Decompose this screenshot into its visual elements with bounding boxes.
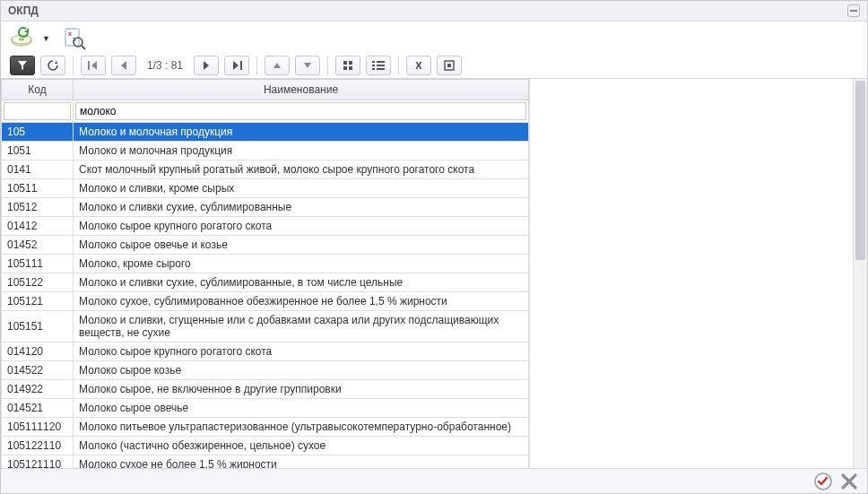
svg-point-3 (19, 39, 24, 41)
cell-name: Молоко сырое козье (74, 361, 529, 380)
svg-rect-18 (377, 65, 385, 66)
cell-name: Молоко сухое, сублимированное обезжиренн… (74, 292, 529, 311)
cell-code: 014120 (2, 342, 74, 361)
window-titlebar: ОКПД (1, 1, 867, 22)
svg-rect-0 (850, 10, 857, 12)
cell-code: 10511 (2, 179, 74, 198)
sort-asc-button[interactable] (265, 56, 290, 75)
table-row[interactable]: 01412Молоко сырое крупного рогатого скот… (2, 217, 529, 236)
filter-button[interactable] (10, 56, 35, 75)
cell-name: Молоко сухое не более 1,5 % жирности (74, 455, 529, 469)
svg-rect-14 (349, 66, 352, 70)
toolbar-separator (327, 56, 328, 74)
header-code[interactable]: Код (2, 80, 74, 100)
cell-code: 01412 (2, 217, 74, 236)
list-view-button[interactable] (366, 56, 391, 75)
table-row[interactable]: 105111120Молоко питьевое ультрапастеризо… (2, 418, 529, 437)
table-row[interactable]: 105151Молоко и сливки, сгущенные или с д… (2, 311, 529, 342)
pager-label: 1/3 : 81 (142, 59, 188, 72)
svg-rect-20 (377, 68, 385, 70)
nav-first-button[interactable] (81, 56, 106, 75)
table-row[interactable]: 0141Скот молочный крупный рогатый живой,… (2, 160, 529, 179)
svg-rect-9 (88, 61, 90, 70)
table-row[interactable]: 014522Молоко сырое козье (2, 361, 529, 380)
toolbar-separator (73, 56, 74, 74)
table-row[interactable]: 10512Молоко и сливки сухие, сублимирован… (2, 198, 529, 217)
vertical-scrollbar[interactable] (853, 79, 867, 468)
cell-code: 105122110 (2, 437, 74, 455)
table-row[interactable]: 014922Молоко сырое, не включенное в друг… (2, 380, 529, 399)
cell-code: 014521 (2, 399, 74, 418)
nav-last-button[interactable] (224, 56, 249, 75)
nav-prev-button[interactable] (111, 56, 136, 75)
table-row[interactable]: 10511Молоко и сливки, кроме сырых (2, 179, 529, 198)
table-row[interactable]: 105111Молоко, кроме сырого (2, 255, 529, 273)
cell-name: Молоко сырое овечье (74, 399, 529, 418)
table-row[interactable]: 014521Молоко сырое овечье (2, 399, 529, 418)
detail-pane (530, 79, 867, 468)
filter-code-input[interactable] (4, 102, 71, 120)
cell-name: Молоко и сливки, кроме сырых (74, 179, 529, 198)
svg-line-8 (82, 46, 85, 49)
table-row[interactable]: 014120Молоко сырое крупного рогатого ско… (2, 342, 529, 361)
cell-name: Молоко сырое овечье и козье (74, 236, 529, 255)
toolbar-separator (256, 56, 257, 74)
cancel-x-icon[interactable] (840, 472, 858, 490)
footer-bar (1, 468, 867, 493)
clear-x-button[interactable]: X (406, 56, 431, 75)
toolbar-separator (398, 56, 399, 74)
cell-name: Молоко сырое крупного рогатого скота (74, 342, 529, 361)
cell-code: 105151 (2, 311, 74, 342)
dropdown-caret-icon[interactable]: ▼ (42, 34, 50, 43)
sort-desc-button[interactable] (295, 56, 320, 75)
svg-rect-17 (372, 65, 375, 66)
table-row[interactable]: 1051Молоко и молочная продукция (2, 142, 529, 160)
confirm-check-icon[interactable] (813, 472, 833, 491)
cell-code: 105122 (2, 273, 74, 292)
table-row[interactable]: 105121Молоко сухое, сублимированное обез… (2, 292, 529, 311)
table-row[interactable]: 01452Молоко сырое овечье и козье (2, 236, 529, 255)
cell-code: 014522 (2, 361, 74, 380)
cell-name: Молоко (частично обезжиренное, цельное) … (74, 437, 529, 455)
document-search-icon[interactable]: x x (63, 27, 86, 50)
cell-code: 014922 (2, 380, 74, 399)
window-minimize-button[interactable] (847, 4, 860, 17)
cell-code: 105121 (2, 292, 74, 311)
cell-code: 105121110 (2, 455, 74, 469)
cell-code: 01452 (2, 236, 74, 255)
header-name[interactable]: Наименование (74, 80, 529, 100)
actions-toolbar: ▼ x x (1, 22, 867, 52)
cell-code: 10512 (2, 198, 74, 217)
filter-name-input[interactable] (75, 102, 526, 120)
cell-name: Молоко и сливки, сгущенные или с добавка… (74, 311, 529, 342)
cell-name: Молоко сырое, не включенное в другие гру… (74, 380, 529, 399)
cell-name: Молоко и сливки сухие, сублимированные (74, 198, 529, 217)
refresh-disk-icon[interactable] (10, 27, 37, 50)
filter-row (2, 100, 529, 123)
grid-view-button[interactable] (335, 56, 360, 75)
results-table: Код Наименование 105Молоко и молочная пр… (1, 79, 529, 468)
table-row[interactable]: 105122Молоко и сливки сухие, сублимирова… (2, 273, 529, 292)
cell-code: 105111120 (2, 418, 74, 437)
checkbox-toggle-button[interactable] (437, 56, 462, 75)
svg-rect-15 (372, 61, 375, 63)
nav-next-button[interactable] (194, 56, 219, 75)
svg-rect-11 (343, 61, 347, 65)
svg-rect-10 (240, 61, 242, 70)
table-row[interactable]: 105122110Молоко (частично обезжиренное, … (2, 437, 529, 455)
cell-name: Молоко и сливки сухие, сублимированные, … (74, 273, 529, 292)
header-row: Код Наименование (2, 80, 529, 100)
content-area: Код Наименование 105Молоко и молочная пр… (1, 78, 867, 468)
cell-name: Скот молочный крупный рогатый живой, мол… (74, 160, 529, 179)
cell-code: 105111 (2, 255, 74, 273)
navigation-toolbar: 1/3 : 81 X (1, 52, 867, 81)
table-row[interactable]: 105Молоко и молочная продукция (2, 123, 529, 142)
scrollbar-thumb[interactable] (855, 81, 865, 260)
cell-name: Молоко и молочная продукция (74, 123, 529, 142)
svg-rect-22 (447, 64, 451, 67)
svg-text:x: x (68, 30, 72, 37)
cell-name: Молоко сырое крупного рогатого скота (74, 217, 529, 236)
refresh-button[interactable] (40, 56, 65, 75)
table-row[interactable]: 105121110Молоко сухое не более 1,5 % жир… (2, 455, 529, 469)
cell-name: Молоко, кроме сырого (74, 255, 529, 273)
